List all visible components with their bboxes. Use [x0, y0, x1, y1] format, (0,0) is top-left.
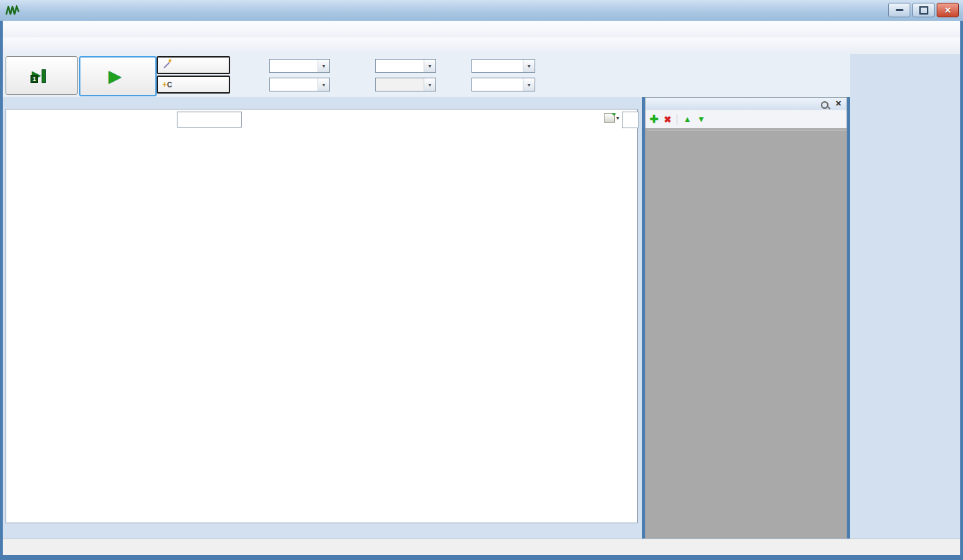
measurements-panel: ✕ ✚ ✖ ▲ ▼: [645, 97, 847, 539]
waveform-plot[interactable]: [53, 129, 630, 509]
run-icon: ▶: [109, 68, 121, 85]
move-up-button[interactable]: ▲: [683, 114, 691, 124]
chevron-down-icon: ▾: [424, 78, 435, 91]
control-bar: ▶1 ▶ +C ▾ ▾ ▾ ▾: [3, 54, 850, 97]
maximize-button[interactable]: [912, 3, 935, 17]
autoset-button[interactable]: [157, 56, 230, 74]
close-button[interactable]: ✕: [937, 3, 959, 17]
plot-settings-button[interactable]: ▾: [604, 113, 619, 123]
maximize-icon: [919, 6, 928, 15]
add-measurement-button[interactable]: ✚: [650, 113, 659, 125]
menu-bar: [3, 21, 960, 37]
type-select: ▾: [375, 78, 436, 91]
scope-panel: ▾: [6, 109, 638, 523]
mode-value: [270, 78, 318, 91]
channel-sidebar: [850, 54, 960, 539]
chevron-down-icon[interactable]: ▾: [318, 60, 329, 72]
title-bar[interactable]: ✕: [0, 0, 963, 21]
app-toolbar: [3, 37, 960, 55]
chevron-down-icon[interactable]: ▾: [318, 78, 329, 91]
single-button[interactable]: ▶1: [6, 56, 78, 95]
measurements-table: [647, 130, 847, 131]
chevron-down-icon[interactable]: ▾: [424, 60, 435, 72]
run-button[interactable]: ▶: [79, 56, 157, 96]
source-value: [376, 60, 424, 72]
add-channel-button[interactable]: +C: [157, 76, 230, 94]
scope-area: ▾: [3, 97, 642, 539]
app-window: ✕ ▶1 ▶ +C ▾ ▾ ▾: [0, 0, 963, 560]
pin-icon[interactable]: [821, 101, 828, 109]
status-bar: [3, 539, 960, 555]
type-value: [376, 78, 424, 91]
app-logo-icon: [6, 5, 19, 16]
measurements-toolbar: ✚ ✖ ▲ ▼: [645, 110, 847, 128]
add-channel-icon: +C: [162, 80, 172, 89]
minimize-button[interactable]: [888, 3, 910, 17]
move-down-button[interactable]: ▼: [697, 114, 705, 124]
single-icon: ▶1: [31, 69, 47, 82]
source-select[interactable]: ▾: [375, 59, 436, 73]
y-axis-button[interactable]: [622, 112, 639, 128]
minimize-icon: [896, 9, 903, 11]
chevron-down-icon[interactable]: ▾: [523, 78, 535, 91]
measurements-close-icon[interactable]: ✕: [835, 99, 842, 108]
separator: [677, 114, 677, 125]
close-icon: ✕: [944, 6, 951, 15]
plot-settings-icon: [604, 113, 615, 123]
autoset-icon: [162, 61, 171, 70]
level-select[interactable]: ▾: [471, 78, 535, 91]
cond-select[interactable]: ▾: [471, 59, 535, 73]
chevron-down-icon[interactable]: ▾: [523, 60, 535, 72]
chevron-down-icon: ▾: [616, 115, 619, 121]
plus-icon: ✚: [650, 113, 659, 125]
measurements-caption[interactable]: ✕: [645, 98, 847, 110]
buffer-select[interactable]: ▾: [269, 59, 330, 73]
stop-button[interactable]: [177, 112, 242, 128]
cond-value: [472, 60, 523, 72]
level-value: [472, 78, 523, 91]
buffer-value: [270, 60, 318, 72]
mode-select[interactable]: ▾: [269, 78, 330, 91]
delete-measurement-button[interactable]: ✖: [664, 114, 672, 125]
